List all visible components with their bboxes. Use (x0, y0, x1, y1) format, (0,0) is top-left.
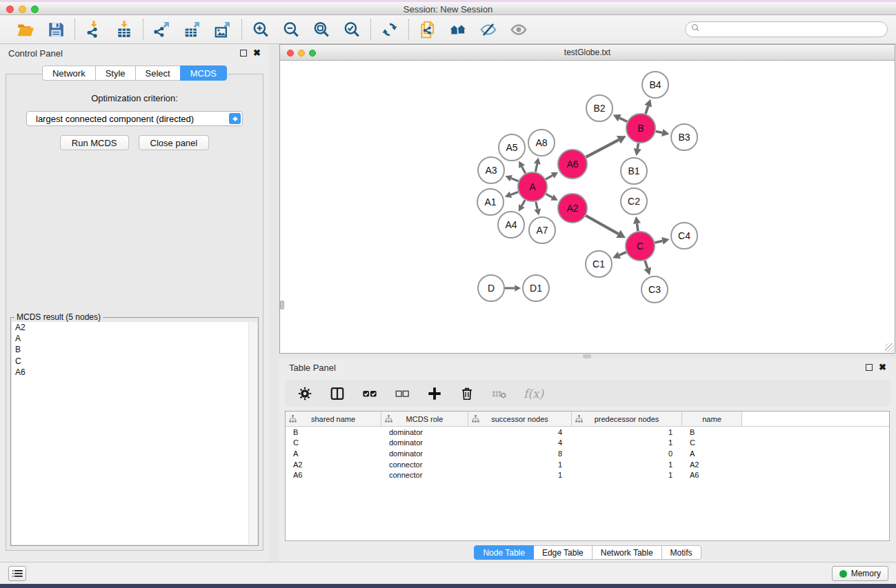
mcds-result-item[interactable]: A6 (12, 367, 257, 378)
graph-node-label: A8 (535, 137, 547, 148)
apply-layout-icon[interactable] (380, 20, 399, 39)
table-row[interactable]: Bdominator41B (286, 427, 889, 438)
table-cell: 8 (468, 449, 572, 458)
run-mcds-button[interactable]: Run MCDS (60, 135, 129, 150)
table-float-panel-icon[interactable] (866, 364, 873, 371)
tab-style[interactable]: Style (95, 65, 136, 81)
graph-node-label: A (529, 181, 536, 192)
graph-edge-A-A6[interactable] (546, 175, 552, 179)
select-all-icon[interactable] (361, 385, 378, 402)
table-row[interactable]: A6connector11A6 (286, 469, 889, 480)
table-panel: Table Panel ✖ f(x) shared nameMCDS roles… (279, 358, 896, 562)
duplicate-network-icon[interactable] (418, 20, 437, 39)
graph-edge-B-B2[interactable] (619, 118, 627, 121)
network-vertical-scrollbar[interactable] (280, 301, 284, 310)
graph-edge-A-A7[interactable] (536, 201, 537, 209)
column-header-successor-nodes[interactable]: successor nodes (468, 412, 572, 426)
graph-edge-B-B4[interactable] (646, 106, 648, 114)
graph-arrowhead-icon (634, 148, 641, 156)
network-canvas[interactable]: B4B2BB3A8A5A6A3B1AC2A1A2A4A7C4CC1DD1C3 (280, 61, 895, 353)
graph-arrowhead-icon (661, 237, 669, 245)
graph-edge-C-C3[interactable] (645, 261, 648, 268)
select-stepper-icon (229, 113, 241, 124)
graph-edge-B-B3[interactable] (656, 131, 663, 132)
export-image-icon[interactable] (213, 20, 232, 39)
table-tab-edge-table[interactable]: Edge Table (533, 545, 593, 560)
search-input[interactable] (701, 25, 882, 34)
task-history-button[interactable] (8, 566, 26, 581)
graph-arrowhead-icon (661, 129, 669, 136)
hide-graphics-details-icon[interactable] (479, 20, 498, 39)
tab-select[interactable]: Select (135, 65, 181, 81)
criterion-select[interactable]: largest connected component (directed) (26, 111, 243, 126)
table-tab-motifs[interactable]: Motifs (661, 545, 701, 560)
add-row-icon[interactable] (426, 385, 443, 402)
zoom-fit-icon[interactable] (312, 20, 331, 39)
column-header-predecessor-nodes[interactable]: predecessor nodes (572, 412, 682, 426)
graph-edge-B-B1[interactable] (637, 143, 638, 149)
graph-edge-C-C1[interactable] (619, 252, 626, 255)
table-row[interactable]: A2connector11A2 (286, 459, 889, 470)
mcds-result-item[interactable]: A2 (12, 322, 257, 333)
graph-edge-A-A5[interactable] (522, 167, 526, 174)
attribute-type-icon (575, 415, 583, 424)
column-header-shared-name[interactable]: shared name (286, 412, 381, 426)
mcds-result-item[interactable]: A (12, 333, 257, 344)
column-header-name[interactable]: name (682, 412, 742, 426)
table-tab-node-table[interactable]: Node Table (474, 545, 534, 560)
table-row[interactable]: Adominator80A (286, 448, 889, 459)
memory-status-icon (839, 570, 847, 578)
result-scrollbar[interactable] (248, 322, 257, 545)
tab-network[interactable]: Network (42, 65, 96, 81)
table-cell: 1 (572, 428, 682, 436)
mcds-panel: Optimization criterion: largest connecte… (6, 74, 263, 551)
column-view-icon[interactable] (329, 385, 346, 402)
table-row[interactable]: Cdominator41C (286, 438, 889, 449)
optimization-criterion-label: Optimization criterion: (6, 93, 263, 103)
graph-edge-A-A4[interactable] (521, 200, 525, 206)
import-table-icon[interactable] (115, 20, 134, 39)
delete-row-icon[interactable] (459, 385, 475, 402)
control-panel-tabs: NetworkStyleSelectMCDS (0, 65, 269, 81)
graph-edge-C-C4[interactable] (655, 241, 662, 243)
export-table-icon[interactable] (183, 20, 202, 39)
export-network-icon[interactable] (152, 20, 172, 39)
zoom-in-icon[interactable] (251, 20, 270, 39)
graph-edge-A-A8[interactable] (535, 164, 537, 172)
network-view-window: testGlobe.txt B4B2BB3A8A5A6A3B1AC2A1A2A4… (279, 44, 895, 354)
table-cell: 1 (572, 471, 682, 479)
zoom-selected-icon[interactable] (342, 20, 361, 39)
graph-edge-A-A2[interactable] (546, 194, 552, 197)
tab-mcds[interactable]: MCDS (180, 65, 227, 81)
network-resize-grip[interactable] (885, 343, 894, 352)
main-titlebar: Session: New Session (0, 0, 896, 15)
mcds-result-item[interactable]: B (12, 344, 257, 355)
close-panel-button[interactable]: Close panel (139, 135, 210, 150)
deselect-all-icon[interactable] (394, 385, 410, 402)
table-toolbar: f(x) (285, 380, 890, 407)
graph-edge-C-C2[interactable] (637, 223, 638, 231)
column-header-MCDS-role[interactable]: MCDS role (381, 412, 468, 426)
float-panel-icon[interactable] (240, 50, 247, 57)
graph-edge-A-A1[interactable] (510, 192, 518, 194)
function-builder-button[interactable]: f(x) (524, 387, 544, 401)
search-field[interactable] (685, 21, 888, 37)
settings-icon[interactable] (297, 385, 313, 402)
table-close-panel-icon[interactable]: ✖ (879, 364, 886, 371)
zoom-out-icon[interactable] (281, 20, 301, 39)
column-header-label: shared name (311, 415, 355, 423)
memory-button[interactable]: Memory (832, 566, 888, 581)
graph-edge-A6-B[interactable] (586, 140, 618, 157)
graph-edge-A2-C[interactable] (586, 216, 618, 234)
mcds-result-item[interactable]: C (12, 356, 257, 367)
save-session-icon[interactable] (46, 20, 66, 39)
table-cell: 1 (468, 471, 572, 479)
import-network-icon[interactable] (84, 20, 103, 39)
delete-table-icon[interactable] (491, 385, 508, 402)
show-all-networks-icon[interactable] (448, 20, 468, 39)
table-tab-network-table[interactable]: Network Table (592, 545, 662, 560)
show-graphics-details-icon[interactable] (509, 20, 528, 39)
close-panel-icon[interactable]: ✖ (253, 50, 261, 57)
graph-edge-A-A3[interactable] (511, 179, 519, 181)
open-session-icon[interactable] (16, 20, 35, 39)
